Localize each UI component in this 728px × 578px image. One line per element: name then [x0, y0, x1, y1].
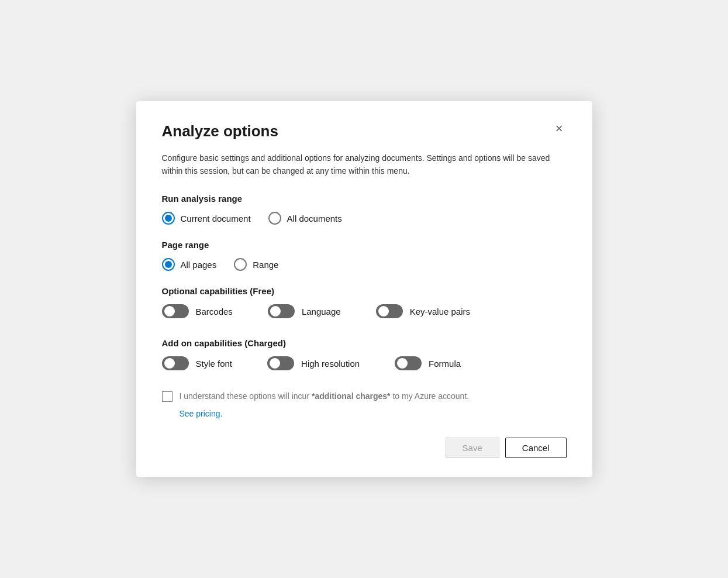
toggle-barcodes-knob [164, 306, 175, 316]
toggle-language-item: Language [268, 304, 341, 318]
save-button: Save [446, 438, 499, 458]
addon-capabilities-section: Add on capabilities (Charged) Style font… [162, 338, 567, 375]
radio-range-indicator [234, 258, 247, 271]
radio-all-documents-label: All documents [287, 214, 342, 223]
radio-range-label: Range [253, 260, 278, 270]
dialog-header: Analyze options × [162, 122, 567, 140]
radio-current-document-inner [165, 215, 172, 222]
toggle-high-resolution-item: High resolution [267, 356, 360, 370]
cancel-button[interactable]: Cancel [505, 438, 567, 458]
toggle-high-resolution-label: High resolution [301, 359, 360, 369]
radio-range[interactable]: Range [234, 258, 278, 271]
radio-all-pages[interactable]: All pages [162, 258, 217, 271]
acknowledge-checkbox[interactable] [162, 391, 172, 402]
toggle-formula-knob [397, 358, 408, 369]
toggle-high-resolution[interactable] [267, 356, 294, 370]
toggle-language-knob [270, 306, 281, 316]
acknowledge-row: I understand these options will incur *a… [162, 390, 567, 402]
run-analysis-label: Run analysis range [162, 194, 567, 204]
radio-all-pages-inner [165, 261, 172, 268]
page-range-label: Page range [162, 240, 567, 250]
page-range-section: Page range All pages Range [162, 240, 567, 271]
optional-capabilities-label: Optional capabilities (Free) [162, 286, 567, 296]
toggle-style-font-label: Style font [196, 359, 233, 369]
dialog-description: Configure basic settings and additional … [162, 152, 567, 177]
optional-capabilities-section: Optional capabilities (Free) Barcodes La… [162, 286, 567, 323]
toggle-barcodes-item: Barcodes [162, 304, 233, 318]
radio-all-documents-indicator [268, 212, 281, 225]
toggle-formula-label: Formula [429, 359, 461, 369]
toggle-style-font-item: Style font [162, 356, 233, 370]
addon-capabilities-toggle-group: Style font High resolution Formula [162, 356, 567, 375]
radio-all-documents[interactable]: All documents [268, 212, 342, 225]
toggle-language-label: Language [302, 307, 341, 316]
radio-all-pages-indicator [162, 258, 175, 271]
optional-capabilities-toggle-group: Barcodes Language Key-value pairs [162, 304, 567, 323]
toggle-high-resolution-knob [270, 358, 280, 369]
toggle-key-value-pairs-item: Key-value pairs [376, 304, 470, 318]
toggle-key-value-pairs[interactable] [376, 304, 403, 318]
close-button[interactable]: × [552, 121, 567, 136]
toggle-formula-item: Formula [395, 356, 461, 370]
page-range-radio-group: All pages Range [162, 258, 567, 271]
toggle-formula[interactable] [395, 356, 422, 370]
toggle-style-font-knob [164, 358, 175, 369]
analyze-options-dialog: Analyze options × Configure basic settin… [136, 101, 592, 477]
radio-all-pages-label: All pages [181, 260, 217, 270]
toggle-key-value-pairs-label: Key-value pairs [410, 307, 470, 316]
addon-capabilities-label: Add on capabilities (Charged) [162, 338, 567, 348]
run-analysis-radio-group: Current document All documents [162, 212, 567, 225]
toggle-key-value-pairs-knob [378, 306, 389, 316]
toggle-language[interactable] [268, 304, 295, 318]
run-analysis-section: Run analysis range Current document All … [162, 194, 567, 225]
see-pricing-link[interactable]: See pricing. [180, 409, 223, 418]
acknowledge-text: I understand these options will incur *a… [180, 390, 470, 402]
dialog-footer: Save Cancel [162, 438, 567, 458]
radio-current-document-indicator [162, 212, 175, 225]
dialog-title: Analyze options [162, 122, 278, 140]
toggle-style-font[interactable] [162, 356, 189, 370]
radio-current-document[interactable]: Current document [162, 212, 251, 225]
radio-current-document-label: Current document [181, 214, 251, 223]
toggle-barcodes-label: Barcodes [196, 307, 233, 316]
toggle-barcodes[interactable] [162, 304, 189, 318]
